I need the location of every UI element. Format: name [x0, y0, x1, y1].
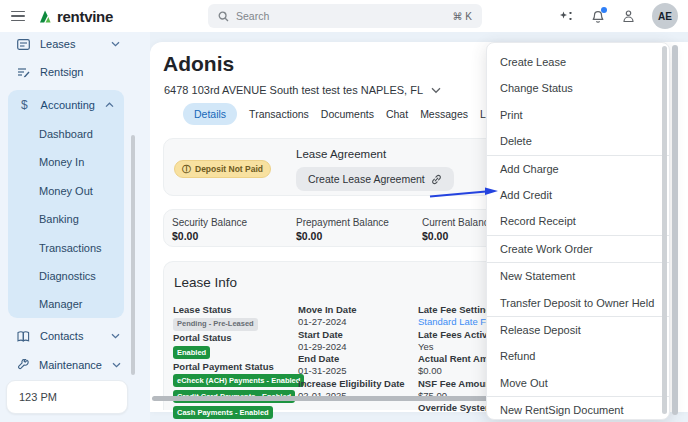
tab-l[interactable]: L [480, 103, 486, 125]
chevron-down-icon [111, 333, 120, 339]
menu-group: New RentSign Document [487, 396, 669, 420]
search-icon [218, 11, 229, 22]
status-badge-enabled: Enabled [173, 346, 210, 359]
user-avatar[interactable]: AE [652, 3, 678, 29]
sidebar-item-accounting[interactable]: $ Accounting [8, 92, 124, 118]
badge-row: Cash Payments - Enabled [173, 405, 304, 421]
sidebar-subitem-money-in[interactable]: Money In [8, 148, 124, 176]
sidebar-item-label: Maintenance [39, 359, 102, 371]
lease-agreement-title: Lease Agreement [296, 148, 454, 160]
tab-messages[interactable]: Messages [420, 103, 468, 125]
menu-item-new-statement[interactable]: New Statement [487, 263, 669, 289]
page-scrollbar[interactable] [672, 45, 678, 415]
field-label-move-in-date: Move In Date [298, 304, 405, 316]
sidebar-subitem-diagnostics[interactable]: Diagnostics [8, 262, 124, 290]
field-label-portal-payment-status: Portal Payment Status [173, 361, 304, 373]
tab-details[interactable]: Details [183, 103, 237, 125]
menu-item-create-lease[interactable]: Create Lease [487, 49, 669, 75]
leases-icon [17, 39, 30, 50]
ai-sparkles-icon[interactable] [559, 10, 574, 23]
field-value-start-date: 01-29-2024 [298, 341, 405, 353]
balance-security-balance: Security Balance$0.00 [172, 217, 247, 242]
support-person-icon[interactable] [622, 9, 635, 23]
balance-label: Security Balance [172, 217, 247, 228]
sidebar-item-leases[interactable]: Leases [0, 32, 130, 58]
page-title: Adonis [163, 52, 234, 76]
menu-item-create-work-order[interactable]: Create Work Order [487, 236, 669, 262]
sidebar-subitem-manager[interactable]: Manager [8, 290, 124, 318]
menu-item-print[interactable]: Print [487, 102, 669, 128]
chevron-down-icon [112, 362, 121, 368]
badge-row: eCheck (ACH) Payments - Enabled [173, 373, 304, 389]
status-badge-echeck-ach-payments-enabled: eCheck (ACH) Payments - Enabled [173, 374, 304, 387]
dollar-icon: $ [18, 98, 31, 112]
sidebar-item-rentsign[interactable]: Rentsign [0, 58, 130, 86]
field-value-end-date: 01-31-2025 [298, 365, 405, 377]
badge-row: Enabled [173, 345, 304, 361]
lease-info-column-dates: Move In Date01-27-2024Start Date01-29-20… [298, 304, 405, 402]
menu-group: Add ChargeAdd CreditRecord Receipt [487, 155, 669, 235]
badge-row: Pending - Pre-Leased [173, 316, 304, 332]
menu-item-record-receipt[interactable]: Record Receipt [487, 208, 669, 234]
balance-value: $0.00 [296, 230, 389, 242]
field-label-start-date: Start Date [298, 329, 405, 341]
lease-info-title: Lease Info [174, 275, 237, 290]
hamburger-menu-icon[interactable] [11, 11, 25, 22]
field-label-lease-status: Lease Status [173, 304, 304, 316]
sidebar-subitem-money-out[interactable]: Money Out [8, 177, 124, 205]
sidebar: Leases Rentsign $ Accounting DashboardMo… [0, 32, 150, 422]
menu-item-new-rentsign-document[interactable]: New RentSign Document [487, 397, 669, 420]
menu-item-move-out[interactable]: Move Out [487, 370, 669, 396]
sidebar-item-label: Rentsign [40, 66, 83, 78]
balance-label: Current Balance [422, 217, 494, 228]
chevron-down-icon [111, 41, 120, 47]
tab-bar: DetailsTransactionsDocumentsChatMessages… [183, 103, 486, 125]
property-address[interactable]: 6478 103rd AVENUE South test test tes NA… [164, 84, 441, 96]
menu-item-add-charge[interactable]: Add Charge [487, 156, 669, 182]
field-value-move-in-date: 01-27-2024 [298, 316, 405, 328]
info-icon: ⓘ [182, 165, 191, 174]
sidebar-item-label: Leases [40, 38, 75, 50]
tab-chat[interactable]: Chat [386, 103, 408, 125]
annotation-arrow [428, 186, 500, 200]
balance-label: Prepayment Balance [296, 217, 389, 228]
chevron-up-icon [105, 102, 114, 108]
menu-group: Create LeaseChange StatusPrintDelete [487, 49, 669, 155]
menu-item-transfer-deposit-to-owner-held[interactable]: Transfer Deposit to Owner Held [487, 290, 669, 316]
tab-transactions[interactable]: Transactions [249, 103, 309, 125]
sidebar-subitem-dashboard[interactable]: Dashboard [8, 120, 124, 148]
status-badge-cash-payments-enabled: Cash Payments - Enabled [173, 406, 273, 419]
lease-actions-menu: Create LeaseChange StatusPrintDeleteAdd … [486, 42, 670, 420]
menu-item-delete[interactable]: Delete [487, 128, 669, 154]
brand-name: rentvine [57, 8, 113, 25]
search-input[interactable]: Search ⌘ K [208, 4, 482, 28]
rentsign-icon [17, 67, 30, 78]
brand-logo[interactable]: rentvine [38, 8, 113, 25]
sidebar-subitem-banking[interactable]: Banking [8, 205, 124, 233]
sidebar-item-label: Accounting [41, 99, 95, 111]
deposit-status-badge: ⓘ Deposit Not Paid [174, 160, 271, 178]
menu-scrollbar[interactable] [662, 46, 667, 414]
menu-group: New StatementTransfer Deposit to Owner H… [487, 262, 669, 316]
tab-documents[interactable]: Documents [321, 103, 374, 125]
menu-item-add-credit[interactable]: Add Credit [487, 182, 669, 208]
navbar-actions: AE [559, 0, 688, 32]
menu-item-release-deposit[interactable]: Release Deposit [487, 317, 669, 343]
sidebar-scrollbar[interactable] [131, 135, 135, 375]
sidebar-item-label: Contacts [40, 330, 83, 342]
sidebar-subitem-transactions[interactable]: Transactions [8, 234, 124, 262]
menu-item-change-status[interactable]: Change Status [487, 75, 669, 101]
balance-value: $0.00 [422, 230, 494, 242]
contacts-icon [17, 331, 30, 342]
menu-group: Create Work Order [487, 235, 669, 262]
menu-item-refund[interactable]: Refund [487, 343, 669, 369]
link-icon [431, 174, 442, 185]
sidebar-item-contacts[interactable]: Contacts [0, 322, 130, 350]
top-navbar: rentvine Search ⌘ K AE [0, 0, 688, 32]
maintenance-icon [17, 359, 29, 371]
sidebar-item-maintenance[interactable]: Maintenance [0, 351, 130, 379]
menu-group: Release DepositRefundMove Out [487, 316, 669, 396]
search-placeholder: Search [236, 10, 446, 22]
accounting-submenu: DashboardMoney InMoney OutBankingTransac… [8, 120, 124, 319]
notifications-button[interactable] [591, 9, 605, 24]
